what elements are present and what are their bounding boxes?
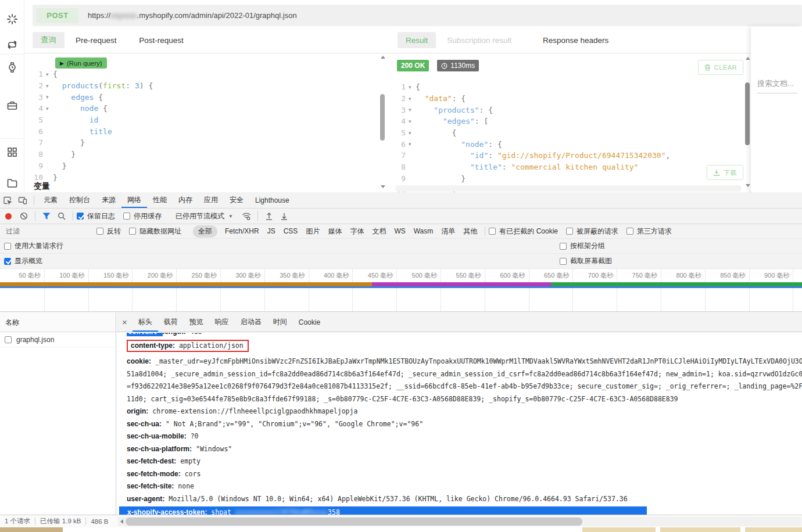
details-tab[interactable]: 时间 — [267, 312, 293, 332]
name-column-header[interactable]: 名称 — [0, 312, 116, 332]
checkbox-unchecked[interactable] — [5, 336, 12, 343]
devtools-tab[interactable]: 性能 — [147, 192, 173, 208]
resource-type-filter[interactable]: JS — [267, 227, 275, 235]
clear-result-button[interactable]: CLEAR — [698, 60, 743, 75]
fold-arrow-icon[interactable]: ▾ — [43, 106, 53, 112]
variables-section-label[interactable]: 变量 — [34, 181, 50, 192]
details-tab[interactable]: 标头 — [133, 312, 158, 332]
fold-arrow-icon[interactable]: ▾ — [406, 130, 416, 136]
filter-input[interactable] — [5, 227, 96, 236]
grid-icon[interactable] — [6, 146, 18, 158]
watch-icon[interactable] — [6, 62, 18, 73]
scroll-up-arrow[interactable] — [381, 56, 385, 59]
fold-arrow-icon[interactable]: ▾ — [406, 118, 416, 124]
resource-type-filter[interactable]: 其他 — [463, 227, 477, 236]
run-query-button[interactable]: ▶ (Run query) — [55, 57, 107, 69]
devtools-tab[interactable]: Lighthouse — [249, 192, 295, 208]
network-conditions-icon[interactable] — [239, 209, 254, 224]
query-editor-panel[interactable]: ▶ (Run query) 1▾{2▾ products(first: 3) {… — [24, 53, 387, 192]
checkbox-checked[interactable] — [77, 213, 84, 220]
docs-search-input[interactable]: 搜索文档... — [757, 78, 797, 94]
fold-arrow-icon[interactable]: ▾ — [43, 71, 53, 77]
checkbox-unchecked[interactable] — [96, 228, 103, 235]
record-network-log-icon[interactable] — [5, 213, 12, 220]
checkbox-unchecked[interactable] — [123, 213, 130, 220]
http-method-button[interactable]: POST — [37, 8, 78, 23]
close-icon[interactable]: × — [117, 317, 133, 327]
result-horizontal-scrollbar[interactable] — [395, 185, 742, 192]
checkbox-unchecked[interactable] — [129, 228, 136, 235]
third-party-requests-checkbox[interactable]: 第三方请求 — [626, 227, 672, 236]
fold-arrow-icon[interactable]: ▾ — [43, 83, 53, 89]
fold-arrow-icon[interactable]: ▾ — [406, 107, 416, 113]
checkbox-checked[interactable] — [4, 258, 11, 265]
inspect-element-icon[interactable] — [0, 192, 15, 208]
details-tab[interactable]: Cookie — [293, 312, 326, 332]
resource-type-filter[interactable]: WS — [394, 227, 405, 235]
fold-arrow-icon[interactable]: ▾ — [406, 84, 416, 90]
resource-type-filter[interactable]: 清单 — [441, 227, 455, 236]
query-editor-scrollbar[interactable] — [379, 56, 385, 188]
blocked-requests-checkbox[interactable]: 被屏蔽的请求 — [566, 227, 618, 236]
clear-network-log-icon[interactable] — [16, 209, 31, 224]
group-by-frame-checkbox[interactable]: 按框架分组 — [560, 241, 605, 251]
checkbox-unchecked[interactable] — [4, 243, 11, 250]
scrollbar-thumb[interactable] — [126, 517, 582, 526]
resource-type-filter[interactable]: 图片 — [306, 227, 320, 236]
result-tab[interactable]: Result — [398, 32, 436, 48]
headers-content[interactable]: content-length: 486 content-type: applic… — [117, 333, 802, 515]
scroll-left-arrow[interactable] — [120, 519, 123, 524]
checkbox-unchecked[interactable] — [566, 228, 573, 235]
resource-type-filter[interactable]: Wasm — [414, 227, 434, 235]
large-request-rows-checkbox[interactable]: 使用大量请求行 — [4, 241, 63, 251]
capture-screenshots-checkbox[interactable]: 截取屏幕截图 — [560, 256, 612, 266]
devtools-tab[interactable]: 来源 — [96, 192, 121, 208]
details-tab[interactable]: 启动器 — [235, 312, 267, 332]
invert-filter-checkbox[interactable]: 反转 — [96, 227, 121, 236]
fold-arrow-icon[interactable]: ▾ — [406, 141, 416, 147]
resource-type-filter[interactable]: CSS — [284, 227, 298, 235]
search-icon[interactable] — [54, 209, 69, 224]
request-tab[interactable]: Pre-request — [67, 32, 125, 48]
briefcase-icon[interactable] — [6, 100, 18, 112]
folder-icon[interactable] — [6, 177, 18, 189]
result-tab[interactable]: Subscription result — [439, 32, 520, 48]
checkbox-unchecked[interactable] — [626, 228, 633, 235]
devtools-tab[interactable]: 应用 — [198, 192, 224, 208]
scroll-up-arrow[interactable] — [746, 57, 750, 60]
access-token-header-row-selected[interactable]: x-shopify-access-token: shpat_xxxxxxxxxx… — [119, 506, 647, 515]
throttling-select[interactable]: 已停用节流模式 ▼ — [176, 211, 233, 221]
preserve-log-checkbox[interactable]: 保留日志 — [77, 211, 115, 221]
resource-type-filter[interactable]: 文档 — [372, 227, 386, 236]
checkbox-unchecked[interactable] — [489, 228, 496, 235]
devtools-tab[interactable]: 元素 — [38, 192, 63, 208]
result-scrollbar[interactable] — [744, 57, 750, 187]
resource-type-filter[interactable]: 字体 — [350, 227, 364, 236]
filter-icon[interactable] — [39, 209, 54, 224]
devtools-tab[interactable]: 控制台 — [63, 192, 96, 208]
device-toolbar-icon[interactable] — [15, 192, 30, 208]
download-result-button[interactable]: 下载 — [707, 165, 743, 180]
devtools-tab[interactable]: 内存 — [173, 192, 198, 208]
network-overview-timeline[interactable]: 50 毫秒100 毫秒150 毫秒200 毫秒250 毫秒300 毫秒350 毫… — [0, 269, 802, 312]
devtools-tab[interactable]: 网络 — [121, 192, 147, 208]
response-json-viewer[interactable]: 1▾{2▾ "data": {3▾ "products": {4▾ "edges… — [387, 81, 742, 192]
hide-data-urls-checkbox[interactable]: 隐藏数据网址 — [129, 227, 181, 236]
scroll-down-arrow[interactable] — [381, 185, 385, 188]
result-tab[interactable]: Response headers — [535, 32, 617, 48]
fold-arrow-icon[interactable]: ▾ — [43, 94, 53, 100]
fold-arrow-icon[interactable]: ▾ — [406, 96, 416, 102]
request-url-input[interactable]: https://xxyxxxx.myshopify.com/admin/api/… — [88, 11, 297, 20]
details-horizontal-scrollbar[interactable] — [118, 517, 801, 526]
checkbox-unchecked[interactable] — [560, 243, 567, 250]
request-row-graphql-json[interactable]: graphql.json — [0, 332, 116, 347]
export-har-icon[interactable] — [277, 209, 292, 224]
import-har-icon[interactable] — [262, 209, 277, 224]
blocked-cookies-checkbox[interactable]: 有已拦截的 Cookie — [489, 227, 558, 236]
request-tab[interactable]: 查询 — [33, 32, 65, 48]
resource-type-filter[interactable]: 全部 — [193, 225, 217, 238]
details-tab[interactable]: 预览 — [184, 312, 209, 332]
devtools-tab[interactable]: 安全 — [224, 192, 249, 208]
details-tab[interactable]: 载荷 — [158, 312, 184, 332]
disable-cache-checkbox[interactable]: 停用缓存 — [123, 211, 162, 221]
